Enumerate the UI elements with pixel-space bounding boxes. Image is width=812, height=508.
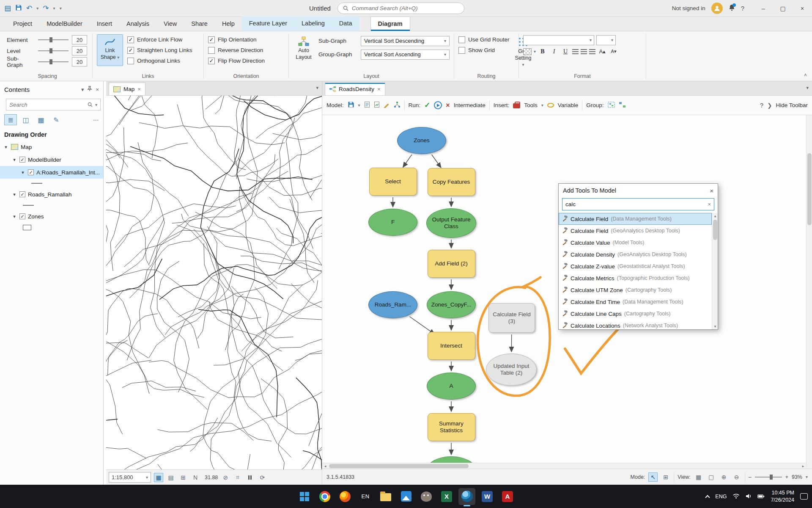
spacing-slider-level[interactable] — [38, 47, 69, 55]
wifi-icon[interactable] — [732, 493, 740, 500]
model-help-icon[interactable]: ? — [760, 102, 763, 109]
model-node-zcopy[interactable]: Zones_CopyF... — [427, 291, 476, 318]
italic-button[interactable]: I — [549, 47, 559, 56]
redo-button[interactable]: ↷ — [43, 5, 49, 12]
export-model-icon[interactable] — [364, 101, 370, 109]
tool-result-calculate-locations-network-analyst-tools[interactable]: Calculate Locations(Network Analyst Tool… — [559, 320, 712, 329]
map-canvas[interactable] — [106, 96, 322, 469]
tool-result-calculate-end-time-data-management-tools[interactable]: Calculate End Time(Data Management Tools… — [559, 296, 712, 308]
selection-grid-icon[interactable]: ▦ — [154, 473, 163, 482]
snap-icon[interactable]: ⊞ — [178, 473, 188, 482]
validate-check-icon[interactable]: ✓ — [424, 101, 430, 110]
tree-item-zones[interactable]: ▾Zones — [0, 210, 103, 223]
model-node-outfc[interactable]: Output Feature Class — [426, 208, 476, 238]
expander-icon[interactable]: ▾ — [20, 170, 25, 175]
insert-tools-button[interactable]: Tools — [524, 102, 538, 108]
layer-checkbox[interactable] — [19, 157, 25, 163]
tab-data[interactable]: Data — [332, 17, 359, 31]
dialog-scrollbar-thumb[interactable] — [713, 220, 717, 240]
checkbox-enforce-link-flow[interactable] — [127, 36, 134, 43]
dialog-search[interactable]: × — [562, 198, 714, 210]
slider-thumb[interactable] — [49, 37, 52, 42]
fit-view-icon[interactable]: ▦ — [694, 472, 703, 482]
tree-item-modelbuilder[interactable]: ▾ModelBuilder — [0, 153, 103, 166]
tool-result-calculate-utm-zone-cartography-tools[interactable]: Calculate UTM Zone(Cartography Tools) — [559, 284, 712, 296]
tab-diagram[interactable]: Diagram — [370, 17, 410, 31]
tab-feature-layer[interactable]: Feature Layer — [242, 17, 294, 31]
checkbox-straighten-long-links[interactable] — [127, 47, 134, 54]
zoom-plus-icon[interactable]: + — [785, 474, 788, 480]
vertical-scroll-thumb[interactable] — [807, 153, 812, 225]
full-extent-icon[interactable]: ▢ — [707, 472, 716, 482]
tool-result-calculate-value-model-tools[interactable]: Calculate Value(Model Tools) — [559, 237, 712, 248]
notifications-icon[interactable] — [729, 4, 735, 12]
contents-menu-icon[interactable]: ▾ — [81, 86, 84, 93]
dialog-search-input[interactable] — [565, 201, 708, 207]
model-node-zones[interactable]: Zones — [397, 127, 446, 154]
dialog-close-icon[interactable]: × — [710, 187, 713, 194]
model-canvas[interactable]: ZonesSelectCopy FeaturesFOutput Feature … — [322, 115, 806, 469]
layer-checkbox[interactable] — [28, 169, 34, 175]
file-explorer-icon[interactable] — [377, 488, 394, 505]
dialog-scrollbar[interactable]: ▴ ▾ — [712, 213, 718, 329]
ungroup-icon[interactable] — [619, 102, 626, 109]
undo-button[interactable]: ↶ — [26, 5, 32, 12]
spacing-slider-sub-graph[interactable] — [38, 58, 69, 66]
tree-item-a-roads-ramallah-int[interactable]: ▾A:Roads_Ramallah_Int... — [0, 166, 103, 179]
ribbon-collapse-icon[interactable]: ˄ — [804, 72, 807, 78]
model-node-calcfield3[interactable]: Calculate Field (3) — [488, 303, 535, 333]
fill-swatch-button[interactable] — [523, 48, 532, 55]
list-by-selection-tab[interactable]: ▦ — [35, 114, 47, 125]
save-project-icon[interactable] — [15, 4, 22, 12]
zoom-minus-icon[interactable]: – — [749, 474, 752, 480]
expander-icon[interactable]: ▾ — [12, 157, 17, 163]
model-node-a[interactable]: A — [427, 373, 476, 400]
close-pane-icon[interactable]: × — [96, 86, 99, 93]
command-search-input[interactable] — [352, 5, 459, 11]
edit-tools-icon[interactable] — [384, 102, 390, 109]
model-node-select[interactable]: Select — [369, 168, 417, 196]
list-by-source-tab[interactable]: ◫ — [19, 114, 32, 125]
model-node-copy[interactable]: Copy Features — [428, 168, 475, 196]
tab-help[interactable]: Help — [215, 17, 242, 31]
tree-item-map[interactable]: ▾Map — [0, 141, 103, 153]
checkbox-row-flip-flow-direction[interactable]: Flip Flow Direction — [208, 55, 284, 66]
checkbox-row-straighten-long-links[interactable]: Straighten Long Links — [127, 45, 192, 55]
checkbox-reverse-direction[interactable] — [208, 47, 215, 54]
group-icon[interactable] — [608, 102, 615, 109]
bold-button[interactable]: B — [538, 47, 547, 56]
minimize-button[interactable]: – — [754, 0, 773, 17]
underline-button[interactable]: U — [561, 47, 570, 56]
delete-intermediate-icon[interactable]: × — [446, 102, 450, 109]
run-model-button[interactable] — [434, 101, 442, 109]
layer-symbol-row[interactable] — [0, 223, 103, 232]
zoom-out-icon[interactable]: ⊖ — [732, 472, 741, 482]
report-model-icon[interactable] — [374, 101, 380, 109]
close-button[interactable]: × — [793, 0, 812, 17]
checkbox-row-orthogonal-links[interactable]: Orthogonal Links — [127, 55, 192, 66]
model-node-addfield[interactable]: Add Field (2) — [428, 250, 475, 278]
pan-mode-icon[interactable]: ⊞ — [661, 472, 670, 482]
excel-icon[interactable]: X — [438, 488, 455, 505]
layer-symbol-row[interactable] — [0, 179, 103, 188]
spacing-value-element[interactable]: 20 — [72, 35, 87, 44]
battery-icon[interactable] — [757, 493, 765, 500]
checkbox-show-grid[interactable] — [458, 47, 465, 54]
search-options-icon[interactable]: ▾ — [95, 102, 97, 107]
attribute-table-icon[interactable]: ▤ — [166, 473, 176, 482]
layout-dropdown-group-graph[interactable]: Vertical Sort Ascending▾ — [361, 50, 450, 60]
validate-model-icon[interactable] — [394, 101, 401, 109]
align-left-icon[interactable] — [572, 49, 579, 54]
font-size-dropdown[interactable]: ▾ — [596, 35, 616, 45]
tab-view[interactable]: View — [156, 17, 184, 31]
model-node-roads[interactable]: Roads_Ram... — [368, 291, 417, 318]
firefox-icon[interactable] — [337, 488, 354, 505]
tab-insert[interactable]: Insert — [90, 17, 119, 31]
chrome-icon[interactable] — [316, 488, 333, 505]
map-view-tab[interactable]: Map × — [109, 83, 145, 95]
tool-result-calculate-field-data-management-tools[interactable]: Calculate Field(Data Management Tools) — [559, 213, 712, 225]
arcgis-pro-icon[interactable] — [458, 488, 475, 505]
north-arrow-icon[interactable]: N — [191, 473, 200, 482]
layer-symbol-row[interactable] — [0, 201, 103, 210]
tool-result-calculate-z-value-geostatistical-analyst-tools[interactable]: Calculate Z-value(Geostatistical Analyst… — [559, 260, 712, 272]
